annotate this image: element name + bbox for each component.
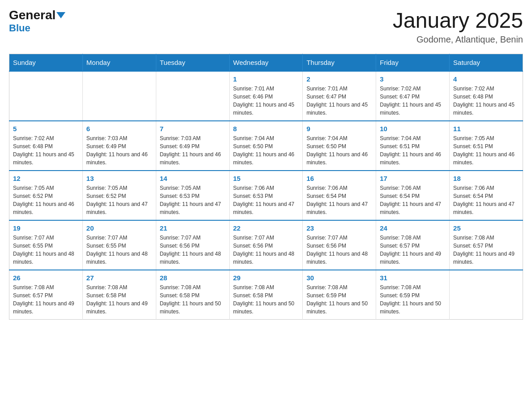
day-number: 7: [160, 125, 226, 133]
day-number: 25: [453, 224, 519, 232]
calendar-day-cell: 8Sunrise: 7:04 AM Sunset: 6:50 PM Daylig…: [229, 121, 303, 171]
day-info: Sunrise: 7:03 AM Sunset: 6:49 PM Dayligh…: [160, 134, 226, 167]
day-number: 2: [306, 75, 372, 83]
calendar-day-cell: 24Sunrise: 7:08 AM Sunset: 6:57 PM Dayli…: [376, 220, 450, 270]
calendar: SundayMondayTuesdayWednesdayThursdayFrid…: [9, 54, 523, 320]
day-number: 31: [380, 274, 446, 282]
calendar-day-cell: 31Sunrise: 7:08 AM Sunset: 6:59 PM Dayli…: [376, 270, 450, 320]
day-info: Sunrise: 7:06 AM Sunset: 6:54 PM Dayligh…: [380, 184, 446, 216]
calendar-day-cell: 27Sunrise: 7:08 AM Sunset: 6:58 PM Dayli…: [82, 270, 156, 320]
day-info: Sunrise: 7:05 AM Sunset: 6:53 PM Dayligh…: [160, 184, 226, 216]
day-info: Sunrise: 7:02 AM Sunset: 6:48 PM Dayligh…: [453, 85, 519, 117]
logo-blue: Blue: [9, 22, 30, 34]
day-number: 22: [233, 224, 299, 232]
calendar-day-cell: 13Sunrise: 7:05 AM Sunset: 6:52 PM Dayli…: [82, 171, 156, 220]
day-of-week-header: Monday: [82, 54, 156, 71]
calendar-day-cell: 17Sunrise: 7:06 AM Sunset: 6:54 PM Dayli…: [376, 171, 450, 220]
day-info: Sunrise: 7:08 AM Sunset: 6:57 PM Dayligh…: [13, 283, 79, 316]
day-info: Sunrise: 7:04 AM Sunset: 6:50 PM Dayligh…: [233, 134, 299, 167]
day-info: Sunrise: 7:08 AM Sunset: 6:57 PM Dayligh…: [380, 234, 446, 266]
calendar-day-cell: 10Sunrise: 7:04 AM Sunset: 6:51 PM Dayli…: [376, 121, 450, 171]
day-info: Sunrise: 7:05 AM Sunset: 6:51 PM Dayligh…: [453, 134, 519, 167]
calendar-day-cell: 26Sunrise: 7:08 AM Sunset: 6:57 PM Dayli…: [9, 270, 83, 320]
calendar-day-cell: 5Sunrise: 7:02 AM Sunset: 6:48 PM Daylig…: [9, 121, 83, 171]
day-info: Sunrise: 7:07 AM Sunset: 6:56 PM Dayligh…: [233, 234, 299, 266]
calendar-day-cell: 22Sunrise: 7:07 AM Sunset: 6:56 PM Dayli…: [229, 220, 303, 270]
calendar-day-cell: 7Sunrise: 7:03 AM Sunset: 6:49 PM Daylig…: [156, 121, 229, 171]
day-number: 21: [160, 224, 226, 232]
calendar-day-cell: 12Sunrise: 7:05 AM Sunset: 6:52 PM Dayli…: [9, 171, 83, 220]
day-number: 13: [86, 175, 152, 182]
calendar-week-row: 12Sunrise: 7:05 AM Sunset: 6:52 PM Dayli…: [9, 171, 523, 220]
day-number: 23: [306, 224, 372, 232]
calendar-day-cell: 2Sunrise: 7:01 AM Sunset: 6:47 PM Daylig…: [303, 71, 376, 121]
calendar-day-cell: 9Sunrise: 7:04 AM Sunset: 6:50 PM Daylig…: [303, 121, 376, 171]
day-of-week-header: Tuesday: [156, 54, 229, 71]
calendar-week-row: 5Sunrise: 7:02 AM Sunset: 6:48 PM Daylig…: [9, 121, 523, 171]
day-number: 12: [13, 175, 79, 182]
day-of-week-header: Sunday: [9, 54, 83, 71]
day-info: Sunrise: 7:07 AM Sunset: 6:56 PM Dayligh…: [306, 234, 372, 266]
day-number: 16: [306, 175, 372, 182]
day-info: Sunrise: 7:04 AM Sunset: 6:51 PM Dayligh…: [380, 134, 446, 167]
day-info: Sunrise: 7:06 AM Sunset: 6:54 PM Dayligh…: [453, 184, 519, 216]
day-of-week-header: Thursday: [303, 54, 376, 71]
calendar-day-cell: 25Sunrise: 7:08 AM Sunset: 6:57 PM Dayli…: [450, 220, 523, 270]
calendar-day-cell: 30Sunrise: 7:08 AM Sunset: 6:59 PM Dayli…: [303, 270, 376, 320]
calendar-day-cell: 3Sunrise: 7:02 AM Sunset: 6:47 PM Daylig…: [376, 71, 450, 121]
calendar-day-cell: 28Sunrise: 7:08 AM Sunset: 6:58 PM Dayli…: [156, 270, 229, 320]
logo-triangle-icon: [56, 12, 65, 18]
day-number: 8: [233, 125, 299, 133]
day-of-week-header: Friday: [376, 54, 450, 71]
calendar-day-cell: 15Sunrise: 7:06 AM Sunset: 6:53 PM Dayli…: [229, 171, 303, 220]
page-header: General Blue January 2025 Godome, Atlant…: [9, 9, 523, 45]
logo-general: General: [9, 9, 65, 21]
day-info: Sunrise: 7:07 AM Sunset: 6:55 PM Dayligh…: [13, 234, 79, 266]
day-info: Sunrise: 7:08 AM Sunset: 6:58 PM Dayligh…: [160, 283, 226, 316]
month-title: January 2025: [393, 9, 523, 33]
calendar-week-row: 26Sunrise: 7:08 AM Sunset: 6:57 PM Dayli…: [9, 270, 523, 320]
day-of-week-header: Saturday: [450, 54, 523, 71]
day-info: Sunrise: 7:04 AM Sunset: 6:50 PM Dayligh…: [306, 134, 372, 167]
day-number: 17: [380, 175, 446, 182]
day-number: 26: [13, 274, 79, 282]
calendar-day-cell: 20Sunrise: 7:07 AM Sunset: 6:55 PM Dayli…: [82, 220, 156, 270]
calendar-day-cell: 21Sunrise: 7:07 AM Sunset: 6:56 PM Dayli…: [156, 220, 229, 270]
calendar-week-row: 19Sunrise: 7:07 AM Sunset: 6:55 PM Dayli…: [9, 220, 523, 270]
day-number: 4: [453, 75, 519, 83]
day-number: 9: [306, 125, 372, 133]
day-of-week-header: Wednesday: [229, 54, 303, 71]
day-info: Sunrise: 7:08 AM Sunset: 6:58 PM Dayligh…: [86, 283, 152, 316]
calendar-day-cell: [9, 71, 83, 121]
location: Godome, Atlantique, Benin: [393, 34, 523, 45]
day-number: 11: [453, 125, 519, 133]
day-number: 10: [380, 125, 446, 133]
day-info: Sunrise: 7:02 AM Sunset: 6:48 PM Dayligh…: [13, 134, 79, 167]
day-info: Sunrise: 7:01 AM Sunset: 6:47 PM Dayligh…: [306, 85, 372, 117]
day-number: 5: [13, 125, 79, 133]
day-info: Sunrise: 7:05 AM Sunset: 6:52 PM Dayligh…: [86, 184, 152, 216]
day-number: 27: [86, 274, 152, 282]
calendar-day-cell: [82, 71, 156, 121]
calendar-week-row: 1Sunrise: 7:01 AM Sunset: 6:46 PM Daylig…: [9, 71, 523, 121]
day-info: Sunrise: 7:07 AM Sunset: 6:56 PM Dayligh…: [160, 234, 226, 266]
day-number: 3: [380, 75, 446, 83]
calendar-day-cell: 29Sunrise: 7:08 AM Sunset: 6:58 PM Dayli…: [229, 270, 303, 320]
calendar-day-cell: 6Sunrise: 7:03 AM Sunset: 6:49 PM Daylig…: [82, 121, 156, 171]
day-info: Sunrise: 7:03 AM Sunset: 6:49 PM Dayligh…: [86, 134, 152, 167]
day-info: Sunrise: 7:05 AM Sunset: 6:52 PM Dayligh…: [13, 184, 79, 216]
day-info: Sunrise: 7:06 AM Sunset: 6:53 PM Dayligh…: [233, 184, 299, 216]
calendar-day-cell: 4Sunrise: 7:02 AM Sunset: 6:48 PM Daylig…: [450, 71, 523, 121]
calendar-day-cell: 23Sunrise: 7:07 AM Sunset: 6:56 PM Dayli…: [303, 220, 376, 270]
calendar-day-cell: 11Sunrise: 7:05 AM Sunset: 6:51 PM Dayli…: [450, 121, 523, 171]
day-number: 24: [380, 224, 446, 232]
calendar-day-cell: 1Sunrise: 7:01 AM Sunset: 6:46 PM Daylig…: [229, 71, 303, 121]
calendar-day-cell: 19Sunrise: 7:07 AM Sunset: 6:55 PM Dayli…: [9, 220, 83, 270]
day-number: 30: [306, 274, 372, 282]
day-info: Sunrise: 7:02 AM Sunset: 6:47 PM Dayligh…: [380, 85, 446, 117]
day-number: 6: [86, 125, 152, 133]
day-info: Sunrise: 7:08 AM Sunset: 6:57 PM Dayligh…: [453, 234, 519, 266]
day-info: Sunrise: 7:08 AM Sunset: 6:59 PM Dayligh…: [380, 283, 446, 316]
calendar-day-cell: [156, 71, 229, 121]
day-info: Sunrise: 7:08 AM Sunset: 6:59 PM Dayligh…: [306, 283, 372, 316]
